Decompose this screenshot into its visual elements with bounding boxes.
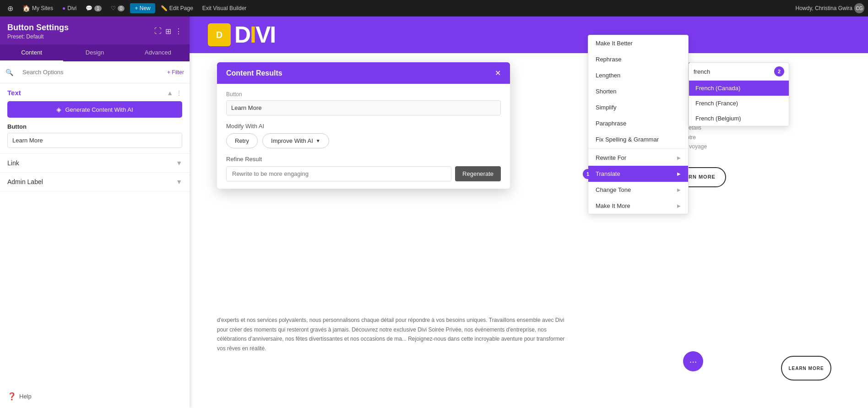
tab-design[interactable]: Design bbox=[63, 44, 126, 61]
menu-item-make-more[interactable]: Make It More ▶ bbox=[588, 198, 688, 214]
panel-tabs: Content Design Advanced bbox=[0, 44, 190, 61]
likes-menu[interactable]: ♡ 0 bbox=[107, 3, 129, 13]
panel-header: Button Settings Preset: Default ⛶ ⊞ ⋮ bbox=[0, 16, 190, 44]
badge-1: 1 bbox=[583, 169, 593, 179]
panel-preset[interactable]: Preset: Default bbox=[7, 33, 69, 40]
layout-icon[interactable]: ⊞ bbox=[165, 27, 171, 36]
lang-french-france[interactable]: French (France) bbox=[689, 96, 789, 111]
menu-item-fix-spelling[interactable]: Fix Spelling & Grammar bbox=[588, 131, 688, 147]
improve-ai-dropdown: Make It Better Rephrase Lengthen Shorten… bbox=[588, 35, 689, 214]
chat-bubble[interactable]: ··· bbox=[683, 351, 703, 371]
translate-search-input[interactable] bbox=[694, 68, 771, 75]
filter-button[interactable]: + Filter bbox=[167, 69, 184, 76]
main-area: D DIVI events la conception ts magiques … bbox=[190, 16, 868, 408]
menu-item-shorten[interactable]: Shorten bbox=[588, 83, 688, 99]
refine-row: Regenerate bbox=[226, 166, 501, 181]
collapse-icon[interactable]: ▲ bbox=[167, 89, 173, 97]
more-icon[interactable]: ⋮ bbox=[175, 27, 182, 36]
content-results-title: Content Results bbox=[226, 69, 282, 77]
learn-more-button-bottom[interactable]: LEARN MORE bbox=[781, 356, 831, 381]
modify-label: Modify With AI bbox=[226, 123, 501, 130]
panel-header-icons: ⛶ ⊞ ⋮ bbox=[154, 27, 182, 36]
close-content-results[interactable]: ✕ bbox=[495, 69, 501, 77]
edit-page-button[interactable]: ✏️ Edit Page bbox=[157, 3, 197, 13]
change-tone-arrow: ▶ bbox=[677, 187, 681, 192]
admin-label-expand-icon: ▼ bbox=[176, 178, 182, 185]
menu-item-paraphrase[interactable]: Paraphrase bbox=[588, 115, 688, 131]
admin-bar: ⊕ 🏠 My Sites ● Divi 💬 1 ♡ 0 + New ✏️ Edi… bbox=[0, 0, 868, 16]
menu-divider bbox=[588, 148, 688, 149]
content-results-body: Button Modify With AI Retry Improve With… bbox=[217, 84, 510, 189]
button-text-input[interactable] bbox=[7, 133, 182, 148]
tab-advanced[interactable]: Advanced bbox=[126, 44, 190, 61]
my-sites-menu[interactable]: 🏠 My Sites bbox=[19, 3, 57, 14]
help-text: Help bbox=[19, 393, 32, 400]
menu-item-lengthen[interactable]: Lengthen bbox=[588, 67, 688, 83]
wp-icon[interactable]: ⊕ bbox=[4, 2, 17, 15]
lang-french-belgium[interactable]: French (Belgium) bbox=[689, 111, 789, 126]
left-panel: Button Settings Preset: Default ⛶ ⊞ ⋮ Co… bbox=[0, 16, 190, 408]
divi-header-bar: D DIVI bbox=[190, 16, 868, 53]
section-icons: ▲ ⋮ bbox=[167, 89, 182, 97]
options-icon[interactable]: ⋮ bbox=[176, 89, 182, 97]
text-section-title: Text bbox=[7, 89, 21, 97]
menu-item-rewrite-for[interactable]: Rewrite For ▶ bbox=[588, 150, 688, 166]
menu-item-change-tone[interactable]: Change Tone ▶ bbox=[588, 182, 688, 198]
rewrite-for-arrow: ▶ bbox=[677, 155, 681, 160]
new-button[interactable]: + New bbox=[130, 3, 155, 13]
lang-french-canada[interactable]: French (Canada) bbox=[689, 81, 789, 96]
link-expand-icon: ▼ bbox=[176, 159, 182, 167]
content-results-header: Content Results ✕ bbox=[217, 62, 510, 84]
translate-arrow: ▶ bbox=[677, 171, 681, 176]
link-section-title: Link bbox=[7, 159, 19, 167]
menu-item-simplify[interactable]: Simplify bbox=[588, 99, 688, 115]
tab-content[interactable]: Content bbox=[0, 44, 63, 61]
button-field-label: Button bbox=[7, 123, 182, 130]
divi-logo: DIVI bbox=[234, 22, 275, 48]
badge-2: 2 bbox=[774, 66, 784, 76]
bottom-body-text: d'experts et nos services polyvalents, n… bbox=[217, 316, 574, 353]
text-section-header: Text ▲ ⋮ bbox=[7, 89, 182, 97]
regenerate-button[interactable]: Regenerate bbox=[455, 166, 501, 181]
help-icon: ❓ bbox=[7, 392, 16, 401]
link-section[interactable]: Link ▼ bbox=[0, 154, 190, 173]
help-row[interactable]: ❓ Help bbox=[0, 385, 190, 408]
text-section: Text ▲ ⋮ ◈ Generate Content With AI Butt… bbox=[0, 83, 190, 154]
translate-submenu: 2 French (Canada) French (France) French… bbox=[689, 62, 789, 126]
ai-icon: ◈ bbox=[56, 106, 61, 113]
menu-item-rephrase[interactable]: Rephrase bbox=[588, 51, 688, 67]
search-input[interactable] bbox=[17, 65, 163, 79]
improve-ai-button[interactable]: Improve With AI ▼ bbox=[262, 133, 329, 148]
button-result-input[interactable] bbox=[226, 100, 501, 115]
admin-bar-right: Howdy, Christina Gwira CG bbox=[796, 3, 864, 13]
search-icon: 🔍 bbox=[5, 69, 13, 76]
menu-item-make-better[interactable]: Make It Better bbox=[588, 35, 688, 51]
content-results-panel: Content Results ✕ Button Modify With AI … bbox=[217, 62, 510, 189]
translate-search-row: 2 bbox=[689, 63, 789, 81]
make-more-arrow: ▶ bbox=[677, 203, 681, 208]
bottom-page-text: d'experts et nos services polyvalents, n… bbox=[217, 316, 574, 353]
comments-menu[interactable]: 💬 1 bbox=[82, 3, 105, 13]
button-sub-section: Button bbox=[7, 123, 182, 148]
button-result-row bbox=[226, 100, 501, 115]
admin-label-section[interactable]: Admin Label ▼ bbox=[0, 173, 190, 191]
divi-menu[interactable]: ● Divi bbox=[59, 3, 80, 13]
generate-content-button[interactable]: ◈ Generate Content With AI bbox=[7, 101, 182, 118]
improve-ai-arrow: ▼ bbox=[316, 138, 320, 143]
improve-row: Retry Improve With AI ▼ bbox=[226, 133, 501, 148]
refine-label: Refine Result bbox=[226, 156, 501, 163]
retry-button[interactable]: Retry bbox=[226, 133, 258, 148]
chat-icon: ··· bbox=[689, 356, 697, 367]
avatar: CG bbox=[854, 3, 864, 13]
admin-label-title: Admin Label bbox=[7, 178, 43, 185]
panel-title: Button Settings bbox=[7, 23, 69, 33]
button-result-label: Button bbox=[226, 91, 501, 98]
howdy-text: Howdy, Christina Gwira bbox=[796, 5, 852, 11]
menu-item-translate[interactable]: Translate ▶ 1 bbox=[588, 166, 688, 182]
panel-search: 🔍 + Filter bbox=[0, 61, 190, 83]
expand-icon[interactable]: ⛶ bbox=[154, 27, 162, 36]
exit-visual-builder-button[interactable]: Exit Visual Builder bbox=[199, 3, 250, 13]
refine-input[interactable] bbox=[226, 166, 451, 181]
